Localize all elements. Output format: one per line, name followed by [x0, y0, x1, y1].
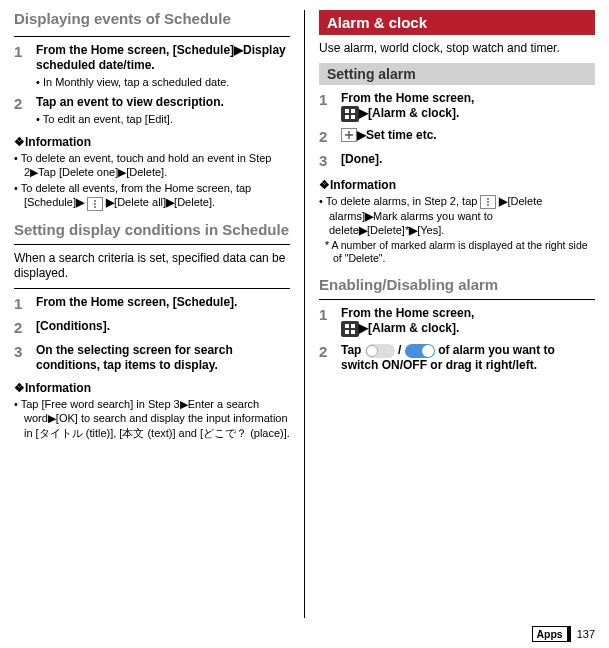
- arrow-icon: ▶: [106, 196, 114, 208]
- svg-rect-6: [351, 115, 355, 119]
- info-item: To delete all events, from the Home scre…: [14, 181, 290, 210]
- toggle-on-icon: [405, 344, 435, 358]
- step-title: ▶Set time etc.: [341, 128, 595, 146]
- arrow-icon: ▶: [76, 196, 84, 208]
- footer: Apps137: [532, 628, 595, 640]
- svg-rect-11: [351, 324, 355, 328]
- step-number: 2: [14, 319, 36, 337]
- footer-section-label: Apps: [532, 626, 570, 642]
- plus-icon: [341, 128, 357, 142]
- right-column: Alarm & clock Use alarm, world clock, st…: [319, 10, 595, 618]
- apps-icon: [341, 321, 359, 337]
- apps-icon: [341, 106, 359, 122]
- divider: [14, 244, 290, 245]
- step-number: 1: [14, 43, 36, 89]
- step: 1 From the Home screen, ▶[Alarm & clock]…: [319, 91, 595, 122]
- step-number: 1: [14, 295, 36, 313]
- step: 2 Tap an event to view description. To e…: [14, 95, 290, 126]
- step-number: 3: [319, 152, 341, 170]
- arrow-icon: ▶: [499, 195, 507, 207]
- divider: [14, 36, 290, 37]
- step: 1 From the Home screen, ▶[Alarm & clock]…: [319, 306, 595, 337]
- info-item: Tap [Free word search] in Step 3▶Enter a…: [14, 397, 290, 440]
- step-body: From the Home screen, [Schedule]▶Display…: [36, 43, 290, 89]
- step-number: 2: [319, 128, 341, 146]
- svg-point-1: [94, 203, 96, 205]
- svg-rect-12: [345, 330, 349, 334]
- divider: [319, 299, 595, 300]
- svg-rect-5: [345, 115, 349, 119]
- step-title: [Conditions].: [36, 319, 290, 337]
- arrow-icon: ▶: [234, 43, 243, 57]
- note-item: * A number of marked alarm is displayed …: [319, 239, 595, 265]
- step-number: 1: [319, 306, 341, 337]
- text: ▶Set time etc.: [357, 128, 437, 142]
- info-heading: ❖Information: [319, 178, 595, 192]
- bullet: In Monthly view, tap a scheduled date.: [36, 75, 290, 89]
- step: 2 ▶Set time etc.: [319, 128, 595, 146]
- info-item: To delete alarms, in Step 2, tap ▶[Delet…: [319, 194, 595, 238]
- text: ▶[Alarm & clock].: [359, 106, 459, 120]
- page: Displaying events of Schedule 1 From the…: [0, 0, 609, 648]
- svg-rect-13: [351, 330, 355, 334]
- intro-text: When a search criteria is set, specified…: [14, 251, 290, 282]
- heading-displaying-events: Displaying events of Schedule: [14, 10, 290, 28]
- text: Tap: [341, 343, 365, 357]
- arrow-icon: ▶: [409, 224, 417, 236]
- step-title: From the Home screen, ▶[Alarm & clock].: [341, 306, 595, 337]
- menu-icon: [480, 195, 496, 209]
- step: 2 Tap / of alarm you want to switch ON/O…: [319, 343, 595, 373]
- step-number: 1: [319, 91, 341, 122]
- svg-point-0: [94, 200, 96, 202]
- step: 1 From the Home screen, [Schedule]▶Displ…: [14, 43, 290, 89]
- svg-rect-4: [351, 109, 355, 113]
- svg-point-9: [488, 204, 490, 206]
- text: From the Home screen, [: [36, 43, 177, 57]
- menu-icon: [87, 197, 103, 211]
- svg-rect-3: [345, 109, 349, 113]
- left-column: Displaying events of Schedule 1 From the…: [14, 10, 290, 618]
- svg-rect-10: [345, 324, 349, 328]
- step-title: [Done].: [341, 152, 595, 170]
- bullet: To edit an event, tap [Edit].: [36, 112, 290, 126]
- text: ▶[Alarm & clock].: [359, 321, 459, 335]
- info-heading: ❖Information: [14, 135, 290, 149]
- step-title: From the Home screen, [Schedule].: [36, 295, 290, 313]
- text: From the Home screen,: [341, 306, 474, 320]
- info-heading: ❖Information: [14, 381, 290, 395]
- svg-point-2: [94, 206, 96, 208]
- divider: [14, 288, 290, 289]
- step-title: Tap / of alarm you want to switch ON/OFF…: [341, 343, 595, 373]
- text: /: [395, 343, 405, 357]
- step-title: From the Home screen, ▶[Alarm & clock].: [341, 91, 595, 122]
- heading-alarm-clock: Alarm & clock: [319, 10, 595, 35]
- toggle-off-icon: [365, 344, 395, 358]
- subheading-enabling-disabling: Enabling/Disabling alarm: [319, 276, 595, 293]
- step-body: Tap an event to view description. To edi…: [36, 95, 290, 126]
- step: 3 [Done].: [319, 152, 595, 170]
- column-separator: [304, 10, 305, 618]
- step-number: 2: [319, 343, 341, 373]
- step-title: On the selecting screen for search condi…: [36, 343, 290, 373]
- subheading-display-conditions: Setting display conditions in Schedule: [14, 221, 290, 238]
- step: 2 [Conditions].: [14, 319, 290, 337]
- arrow-icon: ▶: [166, 196, 174, 208]
- step-title: From the Home screen, [Schedule]▶Display…: [36, 43, 290, 73]
- arrow-icon: ▶: [365, 210, 373, 222]
- info-item: To delete an event, touch and hold an ev…: [14, 151, 290, 180]
- heading-setting-alarm: Setting alarm: [319, 63, 595, 85]
- arrow-icon: ▶: [359, 224, 367, 236]
- page-number: 137: [577, 628, 595, 640]
- step: 1 From the Home screen, [Schedule].: [14, 295, 290, 313]
- intro-text: Use alarm, world clock, stop watch and t…: [319, 41, 595, 57]
- text: From the Home screen,: [341, 91, 474, 105]
- step-title: Tap an event to view description.: [36, 95, 290, 110]
- step: 3 On the selecting screen for search con…: [14, 343, 290, 373]
- step-number: 3: [14, 343, 36, 373]
- step-number: 2: [14, 95, 36, 126]
- svg-point-8: [488, 201, 490, 203]
- text: Schedule: [177, 43, 230, 57]
- svg-point-7: [488, 198, 490, 200]
